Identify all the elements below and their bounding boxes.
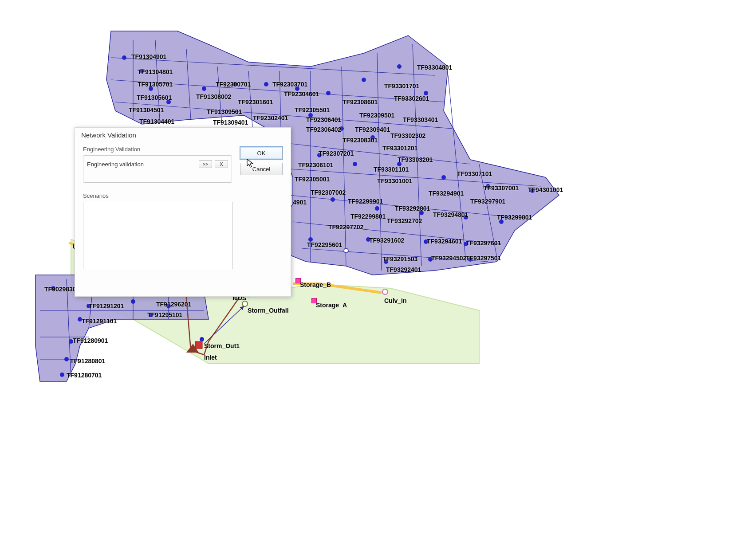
svg-point-64 bbox=[78, 317, 82, 322]
svg-point-51 bbox=[464, 215, 468, 220]
svg-point-61 bbox=[87, 304, 91, 308]
svg-point-27 bbox=[122, 55, 126, 60]
scenarios-listbox[interactable] bbox=[83, 202, 233, 269]
engineering-validation-box: Engineering validation >> X bbox=[83, 155, 232, 183]
svg-point-63 bbox=[166, 304, 171, 308]
svg-point-55 bbox=[424, 239, 428, 244]
svg-point-40 bbox=[339, 126, 344, 131]
culv-in-node bbox=[382, 289, 388, 294]
network-validation-dialog: Network Validation Engineering Validatio… bbox=[75, 127, 291, 297]
svg-point-39 bbox=[308, 113, 313, 118]
cancel-button[interactable]: Cancel bbox=[240, 163, 283, 175]
svg-point-65 bbox=[149, 313, 153, 317]
open-node bbox=[344, 248, 348, 253]
svg-point-42 bbox=[317, 153, 322, 157]
svg-point-45 bbox=[441, 175, 446, 180]
svg-point-43 bbox=[353, 162, 357, 166]
svg-point-59 bbox=[468, 257, 472, 262]
svg-point-28 bbox=[140, 69, 144, 73]
svg-point-56 bbox=[464, 242, 468, 246]
svg-point-35 bbox=[326, 91, 331, 95]
svg-point-31 bbox=[202, 86, 206, 91]
svg-point-37 bbox=[397, 64, 402, 69]
svg-point-62 bbox=[131, 299, 135, 304]
svg-point-53 bbox=[308, 237, 313, 242]
svg-point-33 bbox=[264, 82, 268, 86]
svg-point-46 bbox=[486, 184, 490, 188]
engineering-validation-field[interactable]: Engineering validation bbox=[87, 161, 196, 168]
svg-point-69 bbox=[200, 337, 204, 341]
ok-button[interactable]: OK bbox=[240, 147, 283, 159]
svg-point-48 bbox=[331, 197, 335, 202]
svg-point-47 bbox=[530, 188, 535, 193]
svg-point-44 bbox=[397, 162, 402, 166]
svg-rect-70 bbox=[195, 341, 202, 349]
svg-point-36 bbox=[362, 78, 366, 82]
svg-point-29 bbox=[149, 86, 153, 91]
outfall-node bbox=[242, 301, 248, 306]
scenarios-label: Scenarios bbox=[83, 192, 232, 199]
svg-point-50 bbox=[419, 211, 424, 215]
dialog-title: Network Validation bbox=[75, 128, 291, 141]
svg-point-58 bbox=[428, 257, 433, 262]
engineering-validation-label: Engineering Validation bbox=[83, 146, 232, 153]
svg-point-32 bbox=[233, 82, 237, 86]
expand-button[interactable]: >> bbox=[199, 160, 212, 168]
svg-point-66 bbox=[69, 339, 73, 344]
svg-point-38 bbox=[424, 91, 428, 95]
svg-point-54 bbox=[366, 237, 370, 242]
svg-point-68 bbox=[60, 373, 64, 377]
svg-point-67 bbox=[64, 357, 69, 361]
svg-point-30 bbox=[166, 100, 171, 104]
svg-point-60 bbox=[51, 286, 55, 290]
svg-point-34 bbox=[295, 86, 299, 91]
storage-b-node bbox=[295, 278, 301, 283]
svg-point-52 bbox=[499, 220, 504, 224]
storage-a-node bbox=[311, 298, 317, 303]
svg-point-57 bbox=[384, 259, 388, 264]
svg-point-49 bbox=[375, 206, 379, 211]
svg-point-41 bbox=[370, 135, 375, 140]
clear-button[interactable]: X bbox=[215, 160, 228, 168]
